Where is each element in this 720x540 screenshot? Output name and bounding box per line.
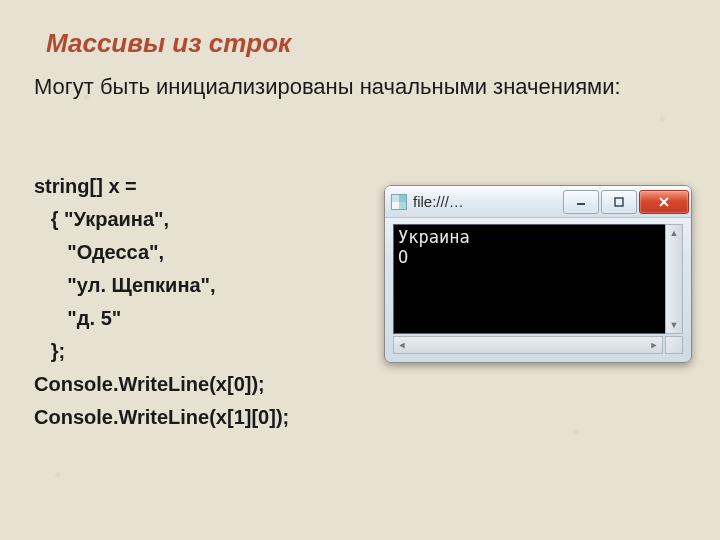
slide-title: Массивы из строк xyxy=(46,28,686,59)
code-line: Console.WriteLine(x[0]); xyxy=(34,373,265,395)
code-line: "ул. Щепкина", xyxy=(34,274,216,296)
horizontal-scrollbar[interactable]: ◄ ► xyxy=(393,336,663,354)
window-controls xyxy=(561,190,689,214)
app-icon xyxy=(391,194,407,210)
svg-rect-1 xyxy=(615,198,623,206)
code-line: }; xyxy=(34,340,65,362)
resize-grip[interactable] xyxy=(665,336,683,354)
window-titlebar: file:///… xyxy=(385,186,691,218)
minimize-icon xyxy=(576,197,586,207)
scroll-right-icon: ► xyxy=(646,337,662,353)
close-button[interactable] xyxy=(639,190,689,214)
window-title: file:///… xyxy=(413,193,561,210)
minimize-button[interactable] xyxy=(563,190,599,214)
code-line: "д. 5" xyxy=(34,307,121,329)
maximize-icon xyxy=(614,197,624,207)
console-output: Украина О xyxy=(393,224,683,334)
slide-subtitle: Могут быть инициализированы начальными з… xyxy=(34,73,686,101)
code-line: { "Украина", xyxy=(34,208,169,230)
code-line: string[] x = xyxy=(34,175,137,197)
scroll-left-icon: ◄ xyxy=(394,337,410,353)
code-line: Console.WriteLine(x[1][0]); xyxy=(34,406,289,428)
close-icon xyxy=(658,196,670,208)
maximize-button[interactable] xyxy=(601,190,637,214)
code-line: "Одесса", xyxy=(34,241,164,263)
scroll-up-icon: ▲ xyxy=(666,225,682,241)
vertical-scrollbar[interactable]: ▲ ▼ xyxy=(665,224,683,334)
console-window: file:///… Украина О ▲ ▼ ◄ ► xyxy=(384,185,692,363)
scroll-down-icon: ▼ xyxy=(666,317,682,333)
